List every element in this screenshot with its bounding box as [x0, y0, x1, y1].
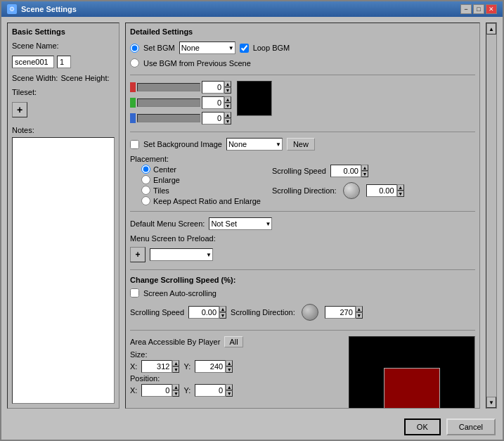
maximize-button[interactable]: □: [473, 4, 484, 14]
change-scroll-label: Change Scrolling Speed (%):: [130, 276, 235, 284]
red-value-input[interactable]: [202, 81, 224, 94]
scroll-dir-up[interactable]: ▲: [397, 184, 404, 191]
default-menu-label: Default Menu Screen:: [130, 219, 205, 228]
area-player-all-button[interactable]: All: [224, 336, 243, 347]
size-y-input[interactable]: [195, 360, 226, 373]
scroll-speed2-up[interactable]: ▲: [219, 306, 226, 312]
scene-height-label: Scene Height:: [60, 74, 109, 82]
titlebar-controls: − □ ✕: [460, 4, 497, 14]
center-radio[interactable]: [141, 165, 150, 174]
pos-x-spin: ▲ ▼: [141, 384, 179, 397]
menu-preload-dropdown[interactable]: [150, 248, 213, 261]
cancel-button[interactable]: Cancel: [446, 418, 496, 435]
blue-spin-up[interactable]: ▲: [224, 112, 231, 118]
size-y-down[interactable]: ▼: [226, 366, 233, 373]
basic-settings-panel: Basic Settings Scene Name: Scene Width: …: [7, 23, 119, 409]
placement-radio-group: Center Enlarge Tiles Keep Aspect Ra: [141, 165, 261, 205]
new-button[interactable]: New: [287, 138, 315, 151]
red-track-bar[interactable]: [137, 83, 200, 91]
scroll-dir2-down[interactable]: ▼: [356, 312, 363, 319]
green-track-bar[interactable]: [137, 98, 200, 107]
bg-image-dropdown[interactable]: None: [226, 138, 283, 151]
pos-x-up[interactable]: ▲: [172, 384, 179, 390]
green-value-input[interactable]: [202, 96, 224, 109]
blue-spin-down[interactable]: ▼: [224, 118, 231, 124]
scroll-dir-input[interactable]: [366, 184, 397, 197]
scroll-speed-input[interactable]: [330, 165, 361, 177]
scroll-up-arrow[interactable]: ▲: [486, 23, 496, 34]
enlarge-radio[interactable]: [141, 175, 150, 184]
screen-auto-scroll-checkbox[interactable]: [130, 288, 139, 298]
loop-bgm-checkbox[interactable]: [240, 44, 249, 53]
scroll-dir-label: Scrolling Direction:: [272, 186, 337, 195]
position-label: Position:: [130, 374, 160, 383]
pos-y-spin: ▲ ▼: [195, 384, 233, 397]
scene-name-input[interactable]: [12, 56, 54, 68]
close-button[interactable]: ✕: [486, 4, 497, 14]
bgm-dropdown[interactable]: None: [179, 41, 235, 54]
scroll-speed-up[interactable]: ▲: [361, 165, 368, 171]
area-player-section: Area Accessible By Player All Size: X: ▲…: [130, 336, 475, 409]
ok-button[interactable]: OK: [404, 418, 441, 435]
scroll-down-arrow[interactable]: ▼: [486, 397, 496, 408]
blue-color-swatch: [130, 113, 136, 123]
menu-add-button[interactable]: +: [130, 247, 146, 262]
pos-x-input[interactable]: [141, 384, 172, 397]
scroll-speed2-input[interactable]: [188, 306, 219, 319]
bottom-bar: OK Cancel: [1, 414, 503, 440]
red-spin-down[interactable]: ▼: [224, 87, 231, 94]
scroll-speed-down[interactable]: ▼: [361, 171, 368, 177]
size-y-up[interactable]: ▲: [226, 360, 233, 366]
use-bgm-prev-label: Use BGM from Previous Scene: [143, 59, 251, 68]
size-label-row: Size:: [130, 350, 340, 359]
red-spin-group: ▲ ▼: [202, 81, 231, 94]
default-menu-dropdown[interactable]: Not Set: [209, 217, 272, 230]
placement-scrolling-section: Placement: Center Enlarge: [130, 155, 475, 205]
size-x-input[interactable]: [141, 360, 172, 373]
use-bgm-prev-radio[interactable]: [130, 58, 139, 68]
size-x-up[interactable]: ▲: [172, 360, 179, 366]
scroll-speed-row: Scrolling Speed ▲ ▼: [272, 165, 404, 177]
green-spin-down[interactable]: ▼: [224, 103, 231, 109]
blue-value-input[interactable]: [202, 112, 224, 124]
scroll-dir2-input[interactable]: [325, 306, 356, 319]
scroll-speed2-arrows: ▲ ▼: [219, 306, 226, 319]
notes-area[interactable]: [12, 137, 115, 404]
pos-y-up[interactable]: ▲: [226, 384, 233, 390]
pos-y-down[interactable]: ▼: [226, 390, 233, 397]
scroll-dir2-knob[interactable]: [302, 304, 318, 321]
scroll-dir-knob-area: [341, 180, 362, 201]
size-x-down[interactable]: ▼: [172, 366, 179, 373]
set-bg-image-checkbox[interactable]: [130, 140, 139, 149]
blue-track-bar[interactable]: [137, 114, 200, 122]
tiles-radio[interactable]: [141, 186, 150, 195]
set-bgm-label: Set BGM: [143, 44, 175, 52]
tiles-radio-row: Tiles: [141, 186, 261, 195]
menu-preload-select-wrapper: [150, 248, 213, 261]
scroll-speed2-down[interactable]: ▼: [219, 312, 226, 319]
size-y-spin: ▲ ▼: [195, 360, 233, 373]
pos-x-arrows: ▲ ▼: [172, 384, 179, 397]
area-player-label-row: Area Accessible By Player All: [130, 336, 340, 347]
tiles-label: Tiles: [153, 186, 169, 195]
pos-x-down[interactable]: ▼: [172, 390, 179, 397]
detailed-settings-panel: Detailed Settings Set BGM None Loop BGM …: [125, 23, 480, 409]
scroll-speed-arrows: ▲ ▼: [361, 165, 368, 177]
red-spin-up[interactable]: ▲: [224, 81, 231, 87]
green-spin-up[interactable]: ▲: [224, 96, 231, 103]
scroll-dir-down[interactable]: ▼: [397, 191, 404, 197]
pos-x-label: X:: [130, 386, 137, 395]
scene-name-num-input[interactable]: [57, 56, 71, 68]
scroll-dir2-up[interactable]: ▲: [356, 306, 363, 312]
scroll-speed2-label: Scrolling Speed: [130, 308, 184, 317]
scroll-dir-knob[interactable]: [343, 182, 360, 199]
size-x-arrows: ▲ ▼: [172, 360, 179, 373]
size-x-spin: ▲ ▼: [141, 360, 179, 373]
tileset-add-button[interactable]: +: [12, 102, 27, 117]
pos-y-input[interactable]: [195, 384, 226, 397]
set-bgm-radio[interactable]: [130, 44, 139, 53]
minimize-button[interactable]: −: [460, 4, 472, 14]
keep-aspect-radio-row: Keep Aspect Ratio and Enlarge: [141, 196, 261, 205]
keep-aspect-radio[interactable]: [141, 196, 150, 205]
content-area: Basic Settings Scene Name: Scene Width: …: [1, 17, 503, 414]
